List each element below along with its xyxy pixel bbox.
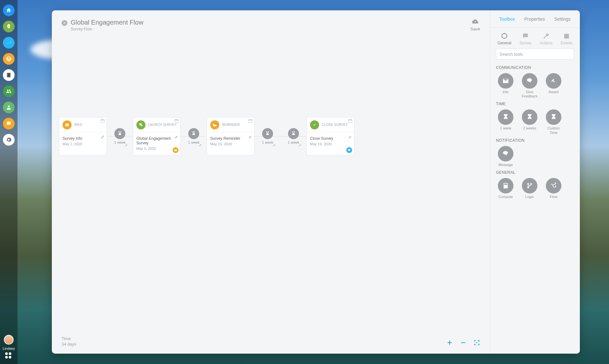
flow-spacer[interactable]: 1 week [255,117,281,155]
globe-icon [6,56,12,62]
cube-icon [501,32,508,39]
card-date: May 5, 2020 [136,147,177,150]
flow-card-close[interactable]: CLOSE SURVEY Close Survey May 19, 2020 [306,117,354,155]
tool-message[interactable]: Message [496,146,515,167]
footer-label: Time [62,336,76,341]
home-icon [6,7,12,13]
card-type-label: INFO [74,123,82,127]
flow-card-info[interactable]: INFO Survey Info May 2, 2020 [59,117,107,155]
card-window-icon[interactable] [248,119,252,123]
speech-icon [526,77,533,84]
search-input[interactable] [496,49,574,60]
main-sidebar: Lindsey [0,0,17,364]
close-icon [63,21,66,25]
close-button[interactable] [62,20,67,26]
hourglass-icon [526,114,533,121]
flow-card-launch[interactable]: LAUNCH SURVEY Global Engagement Survey M… [133,117,181,155]
flow-canvas[interactable]: Global Engagement Flow Survey Flow Save … [52,10,490,354]
group-icon [6,88,12,94]
card-title: Survey Info [63,136,103,141]
save-label: Save [470,27,480,31]
nav-trend[interactable] [3,37,15,49]
minus-icon [460,339,466,346]
tooltab-events[interactable]: Events [561,32,573,45]
nav-group[interactable] [3,85,15,97]
card-window-icon[interactable] [348,119,352,123]
nav-building[interactable] [3,69,15,81]
svg-point-5 [504,152,505,153]
wrench-icon [543,32,550,39]
pencil-icon [248,135,252,139]
tab-settings[interactable]: Settings [554,17,571,22]
section-time: TIME 1 week 2 weeks Custom Time [490,98,580,135]
nav-home[interactable] [3,5,15,16]
calendar-icon [563,32,570,39]
card-date: May 19, 2020 [310,142,351,146]
nav-launch[interactable] [3,21,15,32]
chat-icon [6,121,12,127]
hourglass-icon [288,128,299,139]
user-avatar[interactable] [4,335,14,345]
spacer-label: 1 week [187,140,201,144]
shuffle-icon [550,182,557,189]
nav-globe[interactable] [3,53,15,65]
hourglass-icon [262,128,273,139]
hourglass-icon [188,128,199,139]
tool-award[interactable]: Award [544,73,563,98]
tooltab-general[interactable]: General [498,32,511,45]
zoom-in-button[interactable] [446,339,453,347]
tool-compute[interactable]: Compute [496,178,515,199]
tab-properties[interactable]: Properties [524,17,545,22]
tooltab-actions[interactable]: Actions [540,32,552,45]
edit-button[interactable] [101,134,105,140]
flow-spacer[interactable]: 1 week [281,117,306,155]
flow-spacer[interactable]: 1 week [107,117,133,155]
svg-point-0 [215,123,217,125]
save-button[interactable]: Save [470,18,480,32]
tool-flow[interactable]: Flow [544,178,563,199]
tooltab-survey[interactable]: Survey [520,32,532,45]
section-notification: NOTIFICATION Message [490,135,580,167]
tool-2weeks[interactable]: 2 weeks [520,109,539,135]
clap-icon [550,77,557,84]
cloud-upload-icon [471,18,479,25]
focus-icon [474,339,480,346]
card-window-icon[interactable] [175,119,178,123]
panel-tabs: Toolbox Properties Settings [490,10,580,28]
zoom-out-button[interactable] [460,339,466,347]
sidebar-user-block: Lindsey [3,335,15,364]
envelope-badge-icon [173,147,178,153]
card-window-icon[interactable] [101,119,105,123]
tool-logic[interactable]: Logic [520,178,539,199]
card-type-label: CLOSE SURVEY [322,123,348,127]
hourglass-icon [502,114,509,121]
tool-custom-time[interactable]: Custom Time [544,109,563,135]
flow-card-reminder[interactable]: REMINDER Survey Reminder May 15, 2020 [207,117,255,155]
pencil-icon [348,135,352,139]
nav-chat[interactable] [3,118,15,129]
section-title: TIME [496,102,574,106]
nav-gear[interactable] [3,134,15,146]
card-title: Global Engagement Survey [136,136,177,145]
edit-button[interactable] [248,134,252,140]
footer-value: 34 days [62,342,76,347]
apps-icon[interactable] [5,352,12,359]
user-icon [6,105,12,110]
tool-1week[interactable]: 1 week [496,109,515,135]
edit-button[interactable] [175,134,178,140]
spacer-label: 1 week [261,140,275,144]
flow-spacer[interactable]: 1 week [181,117,207,155]
tool-info[interactable]: Info [496,73,515,98]
nav-user[interactable] [3,102,15,113]
zoom-controls [446,339,480,347]
gear-icon [6,137,12,143]
tool-give-feedback[interactable]: Give Feedback [520,73,539,98]
card-date: May 15, 2020 [210,142,251,146]
trend-icon [6,40,12,46]
zoom-fit-button[interactable] [474,339,480,347]
edit-button[interactable] [348,134,352,140]
svg-point-3 [529,80,530,80]
tab-toolbox[interactable]: Toolbox [499,17,515,22]
canvas-header: Global Engagement Flow Survey Flow [62,19,480,31]
chat-icon [136,120,145,129]
